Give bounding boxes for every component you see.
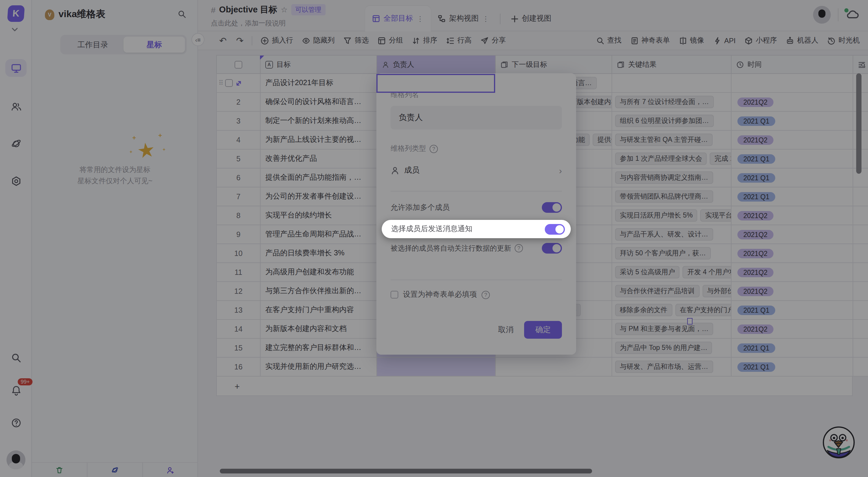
- option-label: 选择成员后发送消息通知: [391, 224, 472, 234]
- guide-dim-overlay: [0, 0, 868, 477]
- option-send-notification: 选择成员后发送消息通知: [382, 220, 571, 238]
- toggle-send-notification[interactable]: [545, 224, 565, 234]
- app-window: K 99+ V vika维格表: [0, 0, 868, 477]
